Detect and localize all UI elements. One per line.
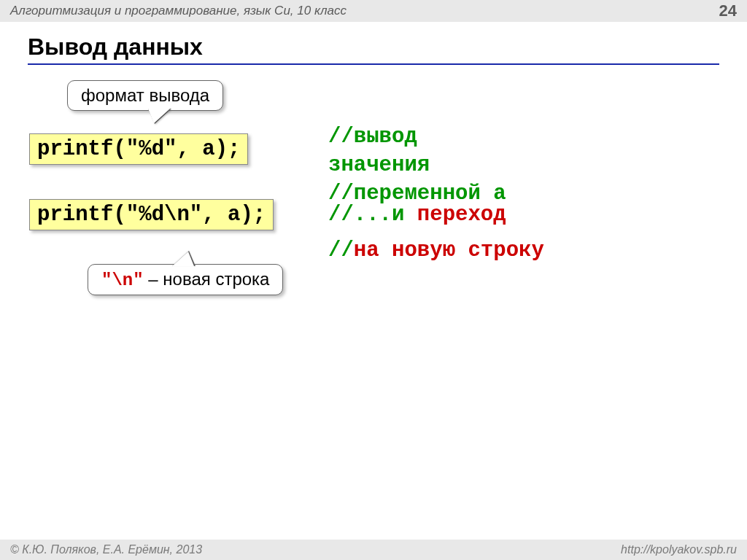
callout-format-text: формат вывода — [81, 85, 209, 105]
footer-url: http://kpolyakov.spb.ru — [621, 543, 737, 556]
comment-line: //вывод — [328, 122, 506, 151]
page-title: Вывод данных — [28, 34, 719, 65]
page-number: 24 — [719, 1, 737, 20]
comment-line: //...и переход — [328, 201, 544, 229]
comment-output-value: //вывод значения //переменной a — [328, 122, 506, 208]
code-printf-2: printf("%d\n", a); — [29, 199, 274, 230]
callout-newline-code: "\n" — [101, 271, 144, 290]
header-subject: Алгоритмизация и программирование, язык … — [10, 4, 719, 18]
comment-line: //на новую строку — [328, 236, 544, 265]
callout-format: формат вывода — [67, 80, 223, 111]
comment-newline: //...и переход //на новую строку — [328, 201, 544, 265]
header-bar: Алгоритмизация и программирование, язык … — [0, 0, 747, 22]
code-printf-1: printf("%d", a); — [29, 133, 248, 165]
footer-copyright: © К.Ю. Поляков, Е.А. Ерёмин, 2013 — [10, 543, 202, 556]
footer-bar: © К.Ю. Поляков, Е.А. Ерёмин, 2013 http:/… — [0, 540, 747, 560]
callout-newline-text: – новая строка — [144, 269, 270, 289]
comment-line: значения — [328, 151, 506, 179]
callout-newline: "\n" – новая строка — [88, 264, 283, 295]
